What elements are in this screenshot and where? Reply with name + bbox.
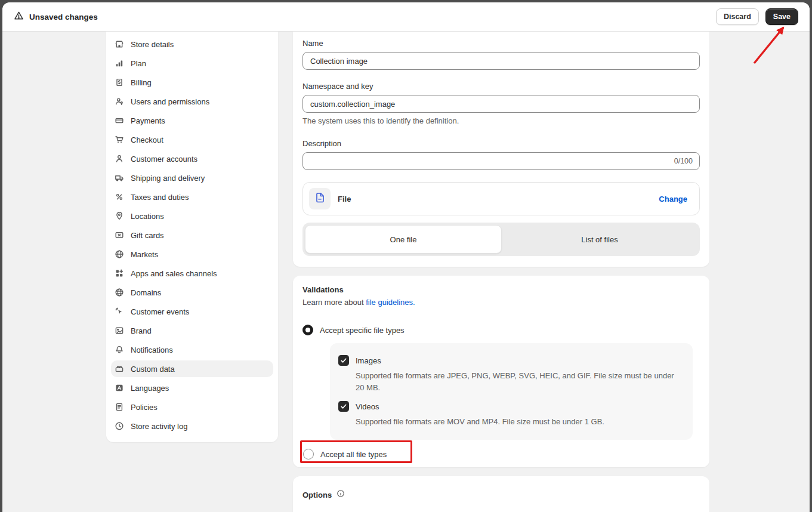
definition-card: Name Namespace and key The system uses t… — [293, 32, 709, 267]
settings-page: Unsaved changes Discard Save Store detai… — [2, 2, 810, 512]
sidebar-item-label: Store details — [131, 40, 174, 49]
content-type-box: File Change — [302, 182, 700, 215]
sidebar-item-brand[interactable]: Brand — [111, 322, 273, 339]
sidebar-item-payments[interactable]: Payments — [111, 112, 273, 129]
name-label: Name — [302, 39, 700, 48]
sidebar-item-label: Brand — [131, 326, 152, 335]
notifications-icon — [115, 345, 124, 354]
warning-icon — [14, 11, 24, 23]
sidebar-item-notifications[interactable]: Notifications — [111, 341, 273, 358]
checkout-icon — [115, 135, 124, 144]
sidebar-item-label: Apps and sales channels — [131, 269, 217, 278]
options-title: Options — [302, 491, 332, 499]
custom-data-icon — [115, 364, 124, 374]
description-field: 0/100 — [302, 152, 700, 170]
namespace-help-text: The system uses this to identify the def… — [302, 116, 700, 126]
file-type-tile — [309, 188, 331, 209]
checkbox-description: Supported file formats are JPEG, PNG, WE… — [356, 370, 684, 394]
markets-icon — [115, 249, 124, 259]
policies-icon — [115, 402, 124, 412]
sidebar-item-billing[interactable]: Billing — [111, 74, 273, 91]
languages-icon — [115, 383, 124, 393]
description-input[interactable] — [302, 152, 700, 170]
sidebar-item-gift-cards[interactable]: Gift cards — [111, 227, 273, 243]
sidebar-item-label: Plan — [131, 59, 146, 68]
discard-button[interactable]: Discard — [716, 8, 759, 25]
validations-title: Validations — [302, 285, 700, 294]
sidebar-item-label: Customer events — [131, 307, 189, 316]
checkbox-checked[interactable] — [338, 355, 349, 366]
sidebar-item-plan[interactable]: Plan — [111, 55, 273, 72]
checkbox-checked[interactable] — [338, 401, 349, 412]
description-char-counter: 0/100 — [674, 157, 693, 165]
billing-icon — [115, 78, 124, 87]
sidebar-item-label: Markets — [131, 250, 158, 259]
sidebar-item-store-activity-log[interactable]: Store activity log — [111, 418, 273, 434]
sidebar-item-label: Taxes and duties — [131, 193, 189, 202]
sidebar-item-label: Locations — [131, 212, 164, 221]
unsaved-changes-title: Unsaved changes — [29, 13, 98, 21]
sidebar-item-users-and-permissions[interactable]: Users and permissions — [111, 93, 273, 110]
activity-log-icon — [115, 421, 124, 431]
taxes-icon — [115, 192, 124, 202]
file-count-selector: One fileList of files — [302, 223, 700, 256]
radio-unselected-icon[interactable] — [303, 449, 314, 459]
locations-icon — [115, 211, 124, 221]
segment-one-file[interactable]: One file — [305, 225, 502, 254]
sidebar-item-languages[interactable]: Languages — [111, 380, 273, 396]
validations-learn-more: Learn more about file guidelines. — [302, 298, 700, 307]
plan-icon — [115, 58, 124, 68]
radio-selected-icon[interactable] — [302, 325, 313, 335]
namespace-input[interactable] — [302, 95, 700, 113]
radio-accept-all-label: Accept all file types — [320, 450, 387, 459]
name-input[interactable] — [302, 52, 700, 70]
info-icon[interactable] — [336, 489, 345, 500]
users-icon — [115, 97, 124, 106]
sidebar-item-domains[interactable]: Domains — [111, 284, 273, 301]
customer-events-icon — [115, 307, 124, 316]
sidebar-item-locations[interactable]: Locations — [111, 208, 273, 224]
sidebar-item-label: Payments — [131, 116, 165, 125]
payments-icon — [115, 116, 124, 125]
sidebar-item-custom-data[interactable]: Custom data — [111, 360, 273, 377]
learn-more-text: Learn more about — [302, 298, 366, 307]
sidebar-item-label: Custom data — [131, 365, 175, 374]
sidebar-item-markets[interactable]: Markets — [111, 246, 273, 263]
file-guidelines-link[interactable]: file guidelines. — [366, 298, 415, 307]
sidebar-item-customer-accounts[interactable]: Customer accounts — [111, 150, 273, 167]
settings-nav-list: Store details Plan Billing Users and per… — [106, 36, 278, 434]
sidebar-item-shipping-and-delivery[interactable]: Shipping and delivery — [111, 169, 273, 186]
sidebar-item-label: Notifications — [131, 346, 173, 354]
checkbox-label: Images — [356, 356, 381, 365]
sidebar-item-policies[interactable]: Policies — [111, 399, 273, 415]
sidebar-item-apps-and-sales-channels[interactable]: Apps and sales channels — [111, 265, 273, 282]
checkbox-description: Supported file formats are MOV and MP4. … — [356, 416, 684, 428]
sidebar-item-store-details[interactable]: Store details — [111, 36, 273, 53]
change-type-link[interactable]: Change — [659, 195, 687, 203]
sidebar-item-taxes-and-duties[interactable]: Taxes and duties — [111, 189, 273, 205]
segment-list-of-files[interactable]: List of files — [502, 225, 697, 254]
sidebar-item-label: Customer accounts — [131, 155, 197, 164]
radio-accept-specific-label: Accept specific file types — [320, 326, 405, 335]
sidebar-item-label: Store activity log — [131, 422, 187, 431]
file-type-option-videos: Videos Supported file formats are MOV an… — [338, 401, 684, 428]
customer-accounts-icon — [115, 154, 124, 164]
radio-accept-all[interactable]: Accept all file types — [302, 449, 700, 459]
save-bar-actions: Discard Save — [716, 8, 798, 25]
options-card: Options — [293, 476, 709, 512]
radio-accept-specific[interactable]: Accept specific file types — [302, 325, 700, 335]
app-frame: Unsaved changes Discard Save Store detai… — [0, 0, 812, 512]
namespace-label: Namespace and key — [302, 82, 700, 91]
description-label: Description — [302, 139, 700, 149]
validations-card: Validations Learn more about file guidel… — [293, 276, 709, 467]
sidebar-item-label: Billing — [131, 78, 152, 87]
save-button[interactable]: Save — [765, 8, 798, 25]
file-icon — [314, 192, 326, 206]
gift-cards-icon — [115, 230, 124, 240]
file-type-option-images: Images Supported file formats are JPEG, … — [338, 355, 684, 394]
checkbox-label: Videos — [356, 402, 379, 411]
settings-sidebar: Store details Plan Billing Users and per… — [106, 32, 278, 442]
brand-icon — [115, 326, 124, 335]
sidebar-item-checkout[interactable]: Checkout — [111, 131, 273, 148]
sidebar-item-customer-events[interactable]: Customer events — [111, 303, 273, 320]
